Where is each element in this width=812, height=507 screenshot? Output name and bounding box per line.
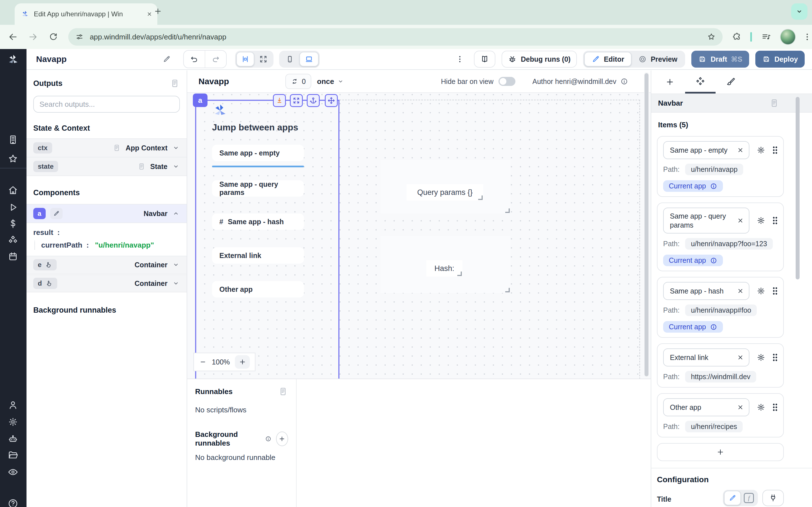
static-value-mode-button[interactable] (724, 491, 741, 505)
chevron-down-icon[interactable] (172, 279, 180, 287)
expand-icon[interactable] (290, 94, 303, 107)
item-path[interactable]: u/henri/recipes (685, 421, 743, 432)
tab-list-button[interactable] (791, 3, 808, 20)
draft-button[interactable]: Draft⌘S (691, 51, 749, 68)
hash-container[interactable]: Hash: (380, 236, 510, 293)
dollar-icon[interactable] (7, 218, 18, 229)
cubes-icon[interactable] (7, 234, 18, 245)
item-path[interactable]: https://windmill.dev (685, 371, 756, 383)
info-icon[interactable] (710, 257, 717, 264)
clear-icon[interactable] (737, 403, 744, 411)
settings-panel-scrollbar[interactable] (796, 97, 800, 279)
item-label-input[interactable]: Same app - hash (663, 282, 749, 300)
info-icon[interactable] (265, 435, 271, 443)
building-icon[interactable] (7, 134, 18, 145)
clear-icon[interactable] (737, 146, 744, 154)
item-label-input[interactable]: Same app - query params (663, 208, 749, 233)
site-settings-icon[interactable] (75, 33, 84, 41)
canvas-scrollbar[interactable] (644, 72, 649, 378)
hide-bar-toggle[interactable] (499, 77, 515, 86)
chevron-up-icon[interactable] (172, 210, 180, 217)
home-icon[interactable] (7, 185, 18, 196)
info-icon[interactable] (710, 323, 717, 331)
robot-icon[interactable] (7, 433, 18, 445)
anchor-icon[interactable] (307, 94, 320, 107)
eye-icon[interactable] (7, 466, 18, 478)
mobile-view-button[interactable] (280, 52, 299, 66)
item-settings-gear-icon[interactable] (756, 286, 766, 296)
item-settings-gear-icon[interactable] (756, 145, 766, 155)
move-icon[interactable] (325, 94, 338, 107)
component-row-container-e[interactable]: e Container (27, 256, 187, 274)
item-path[interactable]: u/henri/navapp (685, 164, 743, 175)
clear-icon[interactable] (737, 353, 744, 361)
calendar-icon[interactable] (7, 251, 18, 262)
media-controls-icon[interactable] (761, 32, 771, 42)
info-icon[interactable] (620, 77, 628, 86)
refresh-mode-dropdown[interactable]: once (317, 77, 344, 86)
debug-runs-button[interactable]: Debug runs (0) (502, 51, 576, 68)
browser-profile-avatar[interactable] (780, 29, 796, 45)
app-canvas[interactable]: a Jump between apps Same app - empty Sam… (187, 93, 651, 379)
resize-handle[interactable] (505, 209, 510, 213)
component-doc-icon[interactable] (769, 98, 779, 108)
component-row-container-d[interactable]: d Container (27, 274, 187, 292)
help-icon[interactable] (7, 498, 18, 507)
drag-handle-icon[interactable] (772, 403, 777, 411)
drag-handle-icon[interactable] (772, 146, 777, 154)
resize-handle[interactable] (505, 288, 510, 292)
play-icon[interactable] (7, 202, 18, 213)
component-settings-tab[interactable] (685, 70, 716, 94)
rename-app-icon[interactable] (162, 55, 171, 63)
back-icon[interactable] (6, 30, 20, 44)
selected-component-badge[interactable]: a (193, 94, 207, 107)
windmill-logo[interactable] (0, 49, 27, 70)
nav-item-external-link[interactable]: External link (212, 247, 304, 264)
add-background-runnable-button[interactable] (276, 432, 288, 446)
item-settings-gear-icon[interactable] (756, 216, 766, 225)
browser-menu-icon[interactable] (802, 32, 812, 42)
nav-item-query-params[interactable]: Same app - query params (212, 180, 304, 196)
star-icon[interactable] (7, 153, 18, 165)
forward-icon[interactable] (26, 30, 40, 44)
person-icon[interactable] (7, 399, 18, 411)
redo-button[interactable] (205, 51, 226, 68)
full-width-layout-button[interactable] (254, 52, 272, 66)
tab-close-icon[interactable] (146, 11, 153, 17)
query-params-container[interactable]: Query params {} (380, 160, 510, 214)
nav-item-hash[interactable]: #Same app - hash (212, 214, 304, 230)
drag-handle-icon[interactable] (772, 353, 777, 362)
docs-button[interactable] (474, 51, 495, 68)
search-outputs-input[interactable]: Search outputs... (33, 96, 180, 113)
center-layout-button[interactable] (236, 52, 254, 66)
nav-item-other-app[interactable]: Other app (212, 281, 304, 297)
extensions-icon[interactable] (732, 32, 741, 42)
nav-item-same-app-empty[interactable]: Same app - empty (212, 145, 304, 161)
more-options-icon[interactable] (455, 55, 464, 64)
state-row[interactable]: state State (27, 157, 187, 176)
expression-mode-button[interactable]: f (741, 491, 757, 505)
chevron-down-icon[interactable] (172, 144, 180, 152)
browser-tab[interactable]: Edit App u/henri/navapp | Win (15, 3, 157, 25)
outputs-doc-icon[interactable] (170, 78, 180, 89)
drag-handle-icon[interactable] (772, 287, 777, 295)
editor-tab[interactable]: Editor (584, 52, 631, 66)
insert-component-tab[interactable] (655, 70, 685, 94)
insert-below-icon[interactable] (273, 94, 286, 107)
clear-icon[interactable] (737, 217, 744, 224)
new-tab-icon[interactable] (153, 7, 162, 16)
add-item-button[interactable] (657, 443, 784, 461)
clear-icon[interactable] (737, 287, 744, 295)
preview-tab[interactable]: Preview (631, 52, 684, 66)
global-styling-tab[interactable] (716, 70, 746, 94)
component-row-navbar[interactable]: a Navbar (27, 204, 187, 223)
chevron-down-icon[interactable] (172, 261, 180, 269)
item-label-input[interactable]: Same app - empty (663, 141, 749, 159)
item-settings-gear-icon[interactable] (756, 402, 766, 412)
item-label-input[interactable]: External link (663, 348, 749, 367)
url-bar[interactable]: app.windmill.dev/apps/edit/u/henri/navap… (68, 28, 722, 46)
refresh-count-button[interactable]: 0 (285, 74, 311, 89)
chevron-down-icon[interactable] (172, 163, 180, 170)
info-icon[interactable] (710, 182, 717, 190)
ctx-row[interactable]: ctx App Context (27, 138, 187, 158)
